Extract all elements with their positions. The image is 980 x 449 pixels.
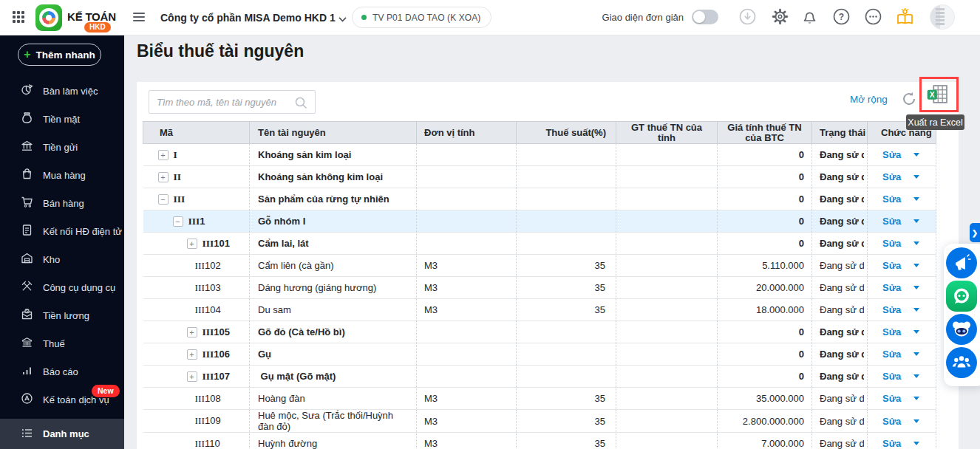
simple-ui-toggle[interactable] — [692, 10, 718, 24]
expand-icon[interactable]: + — [187, 371, 197, 382]
edit-link[interactable]: Sửa — [882, 393, 901, 404]
hamburger-menu-icon[interactable] — [133, 13, 145, 22]
gear-icon[interactable] — [772, 8, 789, 25]
edit-link[interactable]: Sửa — [882, 282, 901, 293]
edit-link[interactable]: Sửa — [882, 216, 901, 227]
edit-link[interactable]: Sửa — [882, 304, 901, 315]
quick-add-button[interactable]: + Thêm nhanh — [18, 44, 101, 66]
collapse-icon[interactable]: − — [158, 194, 169, 205]
top-bar: KẾ TOÁN HKD Công ty cổ phần MISA Demo HK… — [0, 0, 980, 35]
table-row-III110[interactable]: III110Huỳnh đườngM3357.000.000Đang sử dụ… — [143, 433, 936, 449]
assistant-bot-icon[interactable] — [946, 314, 977, 345]
more-icon[interactable] — [865, 8, 882, 25]
table-row-II[interactable]: +IIKhoáng sản không kim loại0Đang sử dụn… — [143, 166, 936, 188]
edit-link[interactable]: Sửa — [882, 326, 901, 337]
refresh-icon[interactable] — [900, 90, 918, 108]
caret-down-icon[interactable] — [913, 219, 919, 223]
branch-selector[interactable]: TV P01 DAO TAO (K XOA) — [352, 7, 491, 28]
row-unit: M3 — [417, 304, 516, 315]
table-row-III1[interactable]: −III1Gỗ nhóm I0Đang sử dụngSửa — [143, 210, 936, 233]
collapse-icon[interactable]: − — [173, 216, 183, 227]
download-icon[interactable] — [739, 8, 756, 25]
expand-icon[interactable]: + — [187, 349, 197, 360]
caret-down-icon[interactable] — [913, 264, 919, 267]
table-row-I[interactable]: +IKhoáng sản kim loại0Đang sử dụngSửa — [143, 144, 936, 166]
col-rate[interactable]: Thuế suất(%) — [517, 128, 616, 138]
caret-down-icon[interactable] — [913, 175, 919, 179]
chevron-down-icon[interactable] — [338, 14, 346, 21]
expand-link[interactable]: Mở rộng — [850, 94, 888, 105]
table-row-III101[interactable]: +III101Cẩm lai, lát0Đang sử dụngSửa — [143, 233, 936, 255]
row-name: Gõ đỏ (Cà te/Hồ bì) — [250, 326, 416, 337]
help-icon[interactable]: ? — [833, 8, 850, 25]
user-avatar[interactable] — [930, 4, 955, 30]
col-price[interactable]: Giá tính thuế TN của BTC — [718, 123, 811, 143]
sidebar-item-tax[interactable]: Thuế — [0, 329, 124, 357]
edit-link[interactable]: Sửa — [882, 193, 901, 205]
apps-grid-icon[interactable] — [13, 11, 25, 24]
caret-down-icon[interactable] — [913, 330, 919, 334]
sidebar-item-salary[interactable]: $Tiền lương — [0, 301, 124, 329]
table-row-III107[interactable]: +III107 Gụ mật (Gõ mật)0Đang sử dụngSửa — [143, 366, 936, 388]
edit-link[interactable]: Sửa — [882, 260, 901, 271]
sidebar-item-list[interactable]: Danh mục — [0, 419, 124, 449]
col-status[interactable]: Trạng thái — [812, 128, 867, 138]
col-code[interactable]: Mã — [143, 128, 249, 138]
bell-icon[interactable] — [801, 8, 818, 25]
caret-down-icon[interactable] — [913, 374, 919, 378]
table-row-III105[interactable]: +III105Gõ đỏ (Cà te/Hồ bì)0Đang sử dụngS… — [143, 321, 936, 343]
caret-down-icon[interactable] — [913, 352, 919, 356]
table-row-III109[interactable]: III109Huê mộc, Sưa (Trắc thối/Huỳnh đàn … — [143, 410, 936, 433]
table-row-III106[interactable]: +III106Gụ0Đang sử dụngSửa — [143, 343, 936, 366]
table-row-III108[interactable]: III108Hoàng đànM33535.000.000Đang sử dụn… — [143, 388, 936, 410]
chat-support-icon[interactable] — [946, 281, 977, 312]
edit-link[interactable]: Sửa — [882, 416, 901, 427]
search-icon[interactable] — [294, 96, 307, 109]
sidebar-item-purchase[interactable]: Mua hàng — [0, 161, 124, 189]
sidebar-item-cash[interactable]: Tiền mặt — [0, 105, 124, 133]
app-logo[interactable] — [35, 4, 62, 31]
table-row-III103[interactable]: III103Dáng hương (giáng hương)M33520.000… — [143, 277, 936, 299]
row-tax-rate: 35 — [517, 416, 616, 427]
edit-link[interactable]: Sửa — [882, 171, 901, 182]
announcement-icon[interactable] — [946, 247, 977, 278]
edit-link[interactable]: Sửa — [882, 149, 901, 160]
edit-link[interactable]: Sửa — [882, 349, 901, 360]
edit-link[interactable]: Sửa — [882, 371, 901, 382]
sidebar-item-desk[interactable]: Bàn làm việc — [0, 77, 124, 105]
edit-link[interactable]: Sửa — [882, 438, 901, 449]
col-name[interactable]: Tên tài nguyên — [250, 128, 416, 138]
sidebar-item-einvoice[interactable]: Kết nối HĐ điện tử — [0, 217, 124, 245]
expand-icon[interactable]: + — [187, 327, 197, 337]
caret-down-icon[interactable] — [913, 397, 919, 400]
sidebar-item-tools[interactable]: Công cụ dụng cụ — [0, 273, 124, 301]
table-row-III102[interactable]: III102Cẩm liên (cà gần)M3355.110.000Đang… — [143, 255, 936, 277]
caret-down-icon[interactable] — [913, 442, 919, 445]
caret-down-icon[interactable] — [913, 197, 919, 201]
col-unit[interactable]: Đơn vị tính — [417, 128, 516, 138]
row-tax-rate: 35 — [517, 282, 616, 293]
community-icon[interactable] — [946, 347, 977, 378]
caret-down-icon[interactable] — [913, 286, 919, 289]
caret-down-icon[interactable] — [913, 419, 919, 423]
expand-sidebar-tab[interactable]: ❯ — [970, 223, 980, 242]
sidebar-item-report[interactable]: Báo cáo — [0, 357, 124, 385]
search-input[interactable] — [157, 91, 290, 113]
expand-icon[interactable]: + — [158, 172, 169, 182]
sidebar-item-sale[interactable]: Bán hàng — [0, 189, 124, 217]
caret-down-icon[interactable] — [913, 308, 919, 312]
expand-icon[interactable]: + — [187, 239, 197, 249]
table-row-III104[interactable]: III104Du samM33518.000.000Đang sử dụngSử… — [143, 299, 936, 321]
edit-link[interactable]: Sửa — [882, 238, 901, 249]
row-name: Cẩm lai, lát — [250, 238, 416, 249]
table-row-III[interactable]: −IIISản phẩm của rừng tự nhiên0Đang sử d… — [143, 188, 936, 210]
sidebar-item-bank[interactable]: Tiền gửi — [0, 133, 124, 161]
expand-icon[interactable]: + — [158, 150, 169, 160]
company-name[interactable]: Công ty cổ phần MISA Demo HKD 1 — [160, 12, 336, 24]
highlight-red-box — [919, 77, 959, 112]
caret-down-icon[interactable] — [913, 153, 919, 157]
col-gt[interactable]: GT thuế TN của tỉnh — [616, 123, 717, 143]
caret-down-icon[interactable] — [913, 241, 919, 245]
sidebar-item-warehouse[interactable]: Kho — [0, 245, 124, 273]
whats-new-icon[interactable] — [896, 8, 914, 25]
